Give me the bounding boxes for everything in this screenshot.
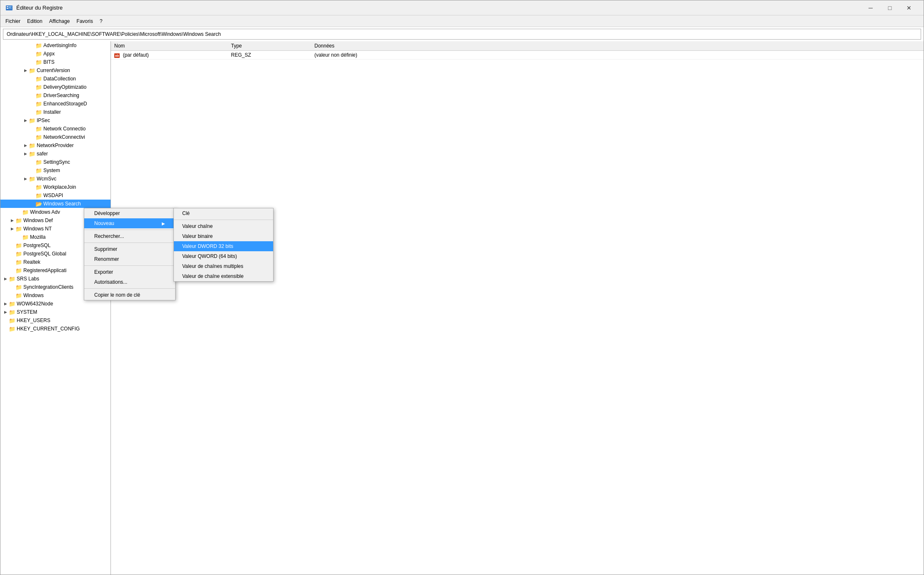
tree-item-system[interactable]: 📁 System	[0, 166, 110, 175]
main-content: 📁 AdvertisingInfo 📁 Appx 📁 BITS ▶ 📁 Curr…	[0, 41, 924, 575]
folder-icon: 📁	[15, 284, 22, 290]
col-header-donnees: Données	[311, 41, 924, 51]
tree-item-hkey-users[interactable]: 📁 HKEY_USERS	[0, 316, 110, 325]
tree-item-installer[interactable]: 📁 Installer	[0, 108, 110, 116]
row-donnees: (valeur non définie)	[311, 51, 924, 60]
tree-item-networkconnection[interactable]: 📁 Network Connectio	[0, 125, 110, 133]
context-menu-autorisations[interactable]: Autorisations...	[84, 277, 175, 287]
context-menu-rechercher[interactable]: Rechercher...	[84, 231, 175, 241]
svg-rect-1	[7, 6, 8, 7]
registry-icon	[5, 4, 13, 12]
tree-item-driversearching[interactable]: 📁 DriverSearching	[0, 91, 110, 100]
tree-item-networkprovider[interactable]: ▶ 📁 NetworkProvider	[0, 141, 110, 150]
folder-icon: 📁	[35, 51, 42, 57]
folder-icon: 📁	[35, 59, 42, 65]
menu-edition[interactable]: Edition	[24, 17, 46, 25]
folder-icon: 📁	[9, 318, 15, 324]
tree-item-wow6432[interactable]: ▶ 📁 WOW6432Node	[0, 300, 110, 308]
address-path: Ordinateur\HKEY_LOCAL_MACHINE\SOFTWARE\P…	[7, 31, 221, 37]
submenu-separator-1	[174, 220, 273, 220]
separator-3	[84, 265, 175, 266]
folder-icon: 📁	[29, 176, 35, 182]
context-menu-supprimer[interactable]: Supprimer	[84, 244, 175, 254]
tree-pane[interactable]: 📁 AdvertisingInfo 📁 Appx 📁 BITS ▶ 📁 Curr…	[0, 41, 111, 575]
tree-item-datacollection[interactable]: 📁 DataCollection	[0, 75, 110, 83]
folder-icon: 📁	[9, 309, 15, 315]
tree-item-appx[interactable]: 📁 Appx	[0, 50, 110, 58]
separator-1	[84, 230, 175, 230]
folder-icon: 📁	[35, 184, 42, 190]
folder-icon: 📁	[22, 209, 29, 215]
tree-item-hkey-current-config[interactable]: 📁 HKEY_CURRENT_CONFIG	[0, 325, 110, 333]
folder-icon: 📁	[15, 292, 22, 299]
folder-open-icon: 📂	[35, 201, 42, 207]
svg-rect-3	[9, 7, 11, 8]
registry-values-table: Nom Type Données ab (par défaut) REG_SZ …	[111, 41, 924, 60]
folder-icon: 📁	[35, 192, 42, 199]
window-title: Éditeur du Registre	[16, 5, 63, 11]
tree-item-settingsync[interactable]: 📁 SettingSync	[0, 158, 110, 166]
menu-favoris[interactable]: Favoris	[73, 17, 96, 25]
submenu-valeur-dword[interactable]: Valeur DWORD 32 bits	[174, 241, 273, 251]
folder-icon: 📁	[15, 218, 22, 224]
tree-item-networkconn2[interactable]: 📁 NetworkConnectivi	[0, 133, 110, 141]
submenu-valeur-binaire[interactable]: Valeur binaire	[174, 231, 273, 241]
row-nom-label: (par défaut)	[123, 52, 149, 58]
col-header-type: Type	[228, 41, 311, 51]
folder-icon: 📁	[35, 92, 42, 99]
tree-item-windows-search[interactable]: 📂 Windows Search	[0, 200, 110, 208]
menu-bar: Fichier Edition Affichage Favoris ?	[0, 15, 924, 27]
tree-label: AdvertisingInfo	[43, 42, 76, 48]
tree-item-wcmsvc[interactable]: ▶ 📁 WcmSvc	[0, 175, 110, 183]
tree-item-enhancedstorage[interactable]: 📁 EnhancedStorageD	[0, 100, 110, 108]
svg-rect-2	[9, 6, 12, 7]
folder-icon: 📁	[29, 151, 35, 157]
folder-icon: 📁	[35, 84, 42, 90]
separator-4	[84, 288, 175, 289]
folder-icon: 📁	[35, 159, 42, 165]
context-menu-exporter[interactable]: Exporter	[84, 267, 175, 277]
context-menu-developper[interactable]: Développer	[84, 208, 175, 218]
tree-item-wsdapi[interactable]: 📁 WSDAPI	[0, 191, 110, 200]
menu-affichage[interactable]: Affichage	[46, 17, 73, 25]
row-nom: ab (par défaut)	[111, 51, 228, 60]
tree-item-system-root[interactable]: ▶ 📁 SYSTEM	[0, 308, 110, 316]
submenu-valeur-chaines-multiples[interactable]: Valeur de chaînes multiples	[174, 261, 273, 271]
context-menu-renommer[interactable]: Renommer	[84, 254, 175, 264]
table-row[interactable]: ab (par défaut) REG_SZ (valeur non défin…	[111, 51, 924, 60]
maximize-button[interactable]: □	[880, 2, 899, 14]
tree-item-bits[interactable]: 📁 BITS	[0, 58, 110, 66]
svg-rect-5	[9, 8, 12, 8]
tree-item-safer[interactable]: ▶ 📁 safer	[0, 150, 110, 158]
tree-item-currentversion[interactable]: ▶ 📁 CurrentVersion	[0, 66, 110, 75]
right-pane: Nom Type Données ab (par défaut) REG_SZ …	[111, 41, 924, 575]
submenu-cle[interactable]: Clé	[174, 208, 273, 218]
context-menu-copier-nom[interactable]: Copier le nom de clé	[84, 290, 175, 300]
title-bar: Éditeur du Registre ─ □ ✕	[0, 0, 924, 15]
folder-icon: 📁	[35, 109, 42, 115]
folder-icon: 📁	[35, 101, 42, 107]
submenu-valeur-qword[interactable]: Valeur QWORD (64 bits)	[174, 251, 273, 261]
submenu[interactable]: Clé Valeur chaîne Valeur binaire Valeur …	[173, 208, 274, 282]
folder-icon: 📁	[35, 42, 42, 49]
tree-item-workplacejoin[interactable]: 📁 WorkplaceJoin	[0, 183, 110, 191]
folder-icon: 📁	[35, 134, 42, 140]
tree-item-deliveryopt[interactable]: 📁 DeliveryOptimizatio	[0, 83, 110, 91]
menu-fichier[interactable]: Fichier	[2, 17, 24, 25]
close-button[interactable]: ✕	[899, 2, 919, 14]
minimize-button[interactable]: ─	[861, 2, 880, 14]
submenu-valeur-chaine-extensible[interactable]: Valeur de chaîne extensible	[174, 271, 273, 281]
no-expand	[29, 42, 35, 49]
ab-icon: ab	[114, 53, 120, 58]
context-menu-nouveau[interactable]: Nouveau ▶	[84, 218, 175, 228]
submenu-valeur-chaine[interactable]: Valeur chaîne	[174, 221, 273, 231]
menu-help[interactable]: ?	[96, 17, 106, 25]
tree-item-advertisinginfo[interactable]: 📁 AdvertisingInfo	[0, 41, 110, 50]
separator-2	[84, 242, 175, 243]
context-menu[interactable]: Développer Nouveau ▶ Rechercher... Suppr…	[84, 208, 176, 300]
col-header-nom: Nom	[111, 41, 228, 51]
folder-icon: 📁	[35, 168, 42, 174]
folder-icon: 📁	[15, 242, 22, 249]
folder-icon: 📁	[15, 251, 22, 257]
tree-item-ipsec[interactable]: ▶ 📁 IPSec	[0, 116, 110, 125]
